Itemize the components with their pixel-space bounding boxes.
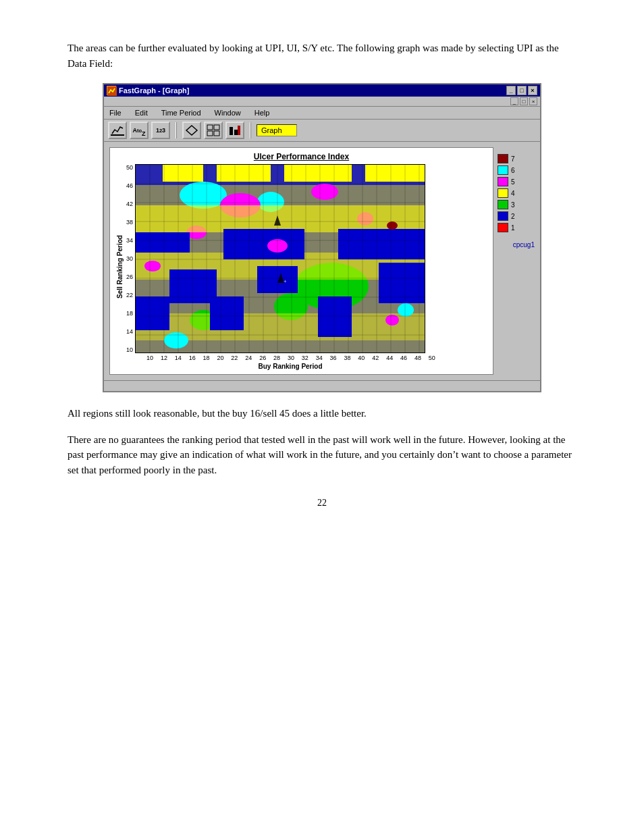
mdi-titlebar: _ □ × xyxy=(104,97,540,107)
legend-swatch-5 xyxy=(498,177,508,186)
svg-point-39 xyxy=(398,303,414,317)
menu-time-period[interactable]: Time Period xyxy=(159,108,204,118)
legend-item-2: 2 xyxy=(498,211,535,221)
legend-swatch-2 xyxy=(498,211,508,221)
svg-rect-16 xyxy=(365,165,425,182)
page-number: 22 xyxy=(68,498,576,509)
legend-item-4: 4 xyxy=(498,188,535,198)
menu-window[interactable]: Window xyxy=(212,108,244,118)
svg-rect-3 xyxy=(207,125,213,130)
legend-swatch-7 xyxy=(498,154,508,163)
toolbar-sep-1 xyxy=(176,122,177,138)
svg-rect-9 xyxy=(238,126,240,135)
post-text-1: All regions still look reasonable, but t… xyxy=(68,406,576,421)
app-icon xyxy=(107,86,116,95)
menu-help[interactable]: Help xyxy=(252,108,273,118)
legend-label-1: 1 xyxy=(511,224,515,232)
legend-label-6: 6 xyxy=(511,167,515,174)
chart-row: 50 46 42 38 34 30 26 22 18 14 10 xyxy=(126,164,435,353)
heatmap-plot: + xyxy=(135,164,425,353)
svg-rect-29 xyxy=(136,232,190,253)
svg-rect-31 xyxy=(338,229,425,259)
legend-item-3: 3 xyxy=(498,200,535,209)
svg-rect-37 xyxy=(318,296,352,337)
legend-item-5: 5 xyxy=(498,177,535,186)
svg-point-38 xyxy=(164,332,188,348)
chart-with-ticks: 50 46 42 38 34 30 26 22 18 14 10 xyxy=(126,164,435,370)
titlebar-left: FastGraph - [Graph] xyxy=(107,86,190,95)
fastgraph-window: FastGraph - [Graph] _ □ × _ □ × File Edi… xyxy=(103,83,541,392)
legend-label-4: 4 xyxy=(511,190,515,197)
legend-label-3: 3 xyxy=(511,201,515,209)
window-content: Ulcer Performance Index Sell Ranking Per… xyxy=(104,142,540,380)
svg-point-43 xyxy=(387,221,398,230)
svg-rect-36 xyxy=(210,296,244,330)
heatmap-svg: + xyxy=(136,165,425,353)
window-titlebar: FastGraph - [Graph] _ □ × xyxy=(104,84,540,97)
legend-item-6: 6 xyxy=(498,165,535,175)
close-button[interactable]: × xyxy=(528,86,537,95)
legend-swatch-6 xyxy=(498,165,508,175)
menu-edit[interactable]: Edit xyxy=(132,108,151,118)
legend-item-7: 7 xyxy=(498,154,535,163)
svg-rect-35 xyxy=(136,296,169,330)
mdi-buttons: _ □ × xyxy=(510,97,537,105)
svg-marker-2 xyxy=(186,126,197,135)
toolbar-sep-2 xyxy=(250,122,251,138)
graph-area: Ulcer Performance Index Sell Ranking Per… xyxy=(109,147,535,375)
legend-swatch-4 xyxy=(498,188,508,198)
toolbar-123-btn[interactable]: 123 xyxy=(151,122,170,139)
menu-bar: File Edit Time Period Window Help xyxy=(104,107,540,120)
legend-area: 7 6 5 4 3 xyxy=(498,147,535,375)
svg-rect-32 xyxy=(169,269,217,303)
svg-rect-8 xyxy=(234,130,238,135)
chart-wrapper: Ulcer Performance Index Sell Ranking Per… xyxy=(109,147,493,375)
svg-rect-7 xyxy=(230,127,233,135)
y-tick-labels: 50 46 42 38 34 30 26 22 18 14 10 xyxy=(126,164,135,353)
mdi-minimize-button[interactable]: _ xyxy=(510,97,518,105)
toolbar-diamond-btn[interactable] xyxy=(182,122,201,139)
post-text-2: There are no guarantees the ranking peri… xyxy=(68,432,576,478)
legend-label-2: 2 xyxy=(511,213,515,220)
minimize-button[interactable]: _ xyxy=(506,86,516,95)
svg-rect-1 xyxy=(111,134,124,136)
intro-paragraph: The areas can be further evaluated by lo… xyxy=(68,41,576,71)
mdi-maximize-button[interactable]: □ xyxy=(520,97,528,105)
x-tick-labels: 10 12 14 16 18 20 22 24 26 28 30 xyxy=(145,355,435,361)
legend-label-5: 5 xyxy=(511,178,515,186)
svg-point-41 xyxy=(385,315,399,325)
legend-label-7: 7 xyxy=(511,155,515,163)
window-title: FastGraph - [Graph] xyxy=(119,86,190,95)
legend-swatch-3 xyxy=(498,200,508,209)
chart-title: Ulcer Performance Index xyxy=(114,152,489,161)
legend-item-1: 1 xyxy=(498,223,535,232)
svg-rect-26 xyxy=(136,205,425,232)
toolbar-grid-btn[interactable] xyxy=(204,122,223,139)
status-bar xyxy=(104,380,540,391)
menu-file[interactable]: File xyxy=(107,108,124,118)
svg-rect-5 xyxy=(207,131,213,136)
x-tick-row: 10 12 14 16 18 20 22 24 26 28 30 xyxy=(145,353,435,361)
svg-rect-6 xyxy=(214,131,219,136)
maximize-button[interactable]: □ xyxy=(517,86,527,95)
toolbar: AtoZ 123 Graph xyxy=(104,120,540,142)
svg-rect-13 xyxy=(163,165,203,182)
svg-rect-14 xyxy=(217,165,271,182)
x-axis-label: Buy Ranking Period xyxy=(145,363,435,370)
toolbar-graph-label: Graph xyxy=(257,124,297,136)
toolbar-chart-btn[interactable] xyxy=(108,122,127,139)
cpcug-label: cpcug1 xyxy=(498,241,535,249)
svg-rect-4 xyxy=(214,125,219,130)
svg-point-42 xyxy=(144,261,161,271)
svg-point-17 xyxy=(180,182,227,209)
mdi-close-button[interactable]: × xyxy=(529,97,537,105)
y-axis-label: Sell Ranking Period xyxy=(114,164,125,370)
toolbar-az-btn[interactable]: AtoZ xyxy=(130,122,149,139)
toolbar-bar-btn[interactable] xyxy=(225,122,244,139)
titlebar-buttons: _ □ × xyxy=(506,86,537,95)
svg-text:+: + xyxy=(284,278,287,284)
legend-swatch-1 xyxy=(498,223,508,232)
svg-rect-15 xyxy=(284,165,352,182)
chart-inner: Sell Ranking Period 50 46 42 38 34 30 xyxy=(114,164,489,370)
svg-rect-30 xyxy=(223,229,304,259)
